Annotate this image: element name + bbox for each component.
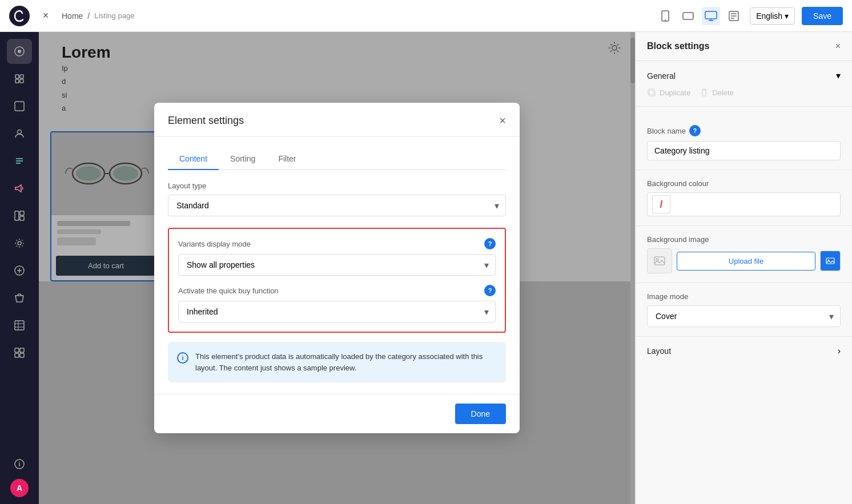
block-name-help-icon[interactable]: ? bbox=[689, 125, 701, 136]
svg-text:i: i bbox=[18, 461, 20, 467]
svg-rect-11 bbox=[15, 75, 19, 78]
sidebar-item-table[interactable] bbox=[7, 313, 32, 338]
quick-buy-header: Activate the quick buy function ? bbox=[178, 285, 496, 296]
svg-rect-21 bbox=[20, 211, 24, 215]
sidebar-item-users[interactable] bbox=[7, 121, 32, 146]
sidebar-item-dashboard[interactable] bbox=[7, 39, 32, 64]
layout-title: Layout bbox=[647, 346, 671, 356]
quick-buy-select-wrapper: Inherited Enabled Disabled bbox=[178, 301, 496, 322]
svg-rect-13 bbox=[15, 79, 19, 83]
variants-display-label: Variants display mode bbox=[178, 240, 251, 248]
quick-buy-select[interactable]: Inherited Enabled Disabled bbox=[178, 301, 496, 322]
variants-display-field: Variants display mode ? Show all propert… bbox=[178, 238, 496, 276]
general-chevron-icon: ▾ bbox=[836, 70, 841, 81]
desktop-view-button[interactable] bbox=[702, 7, 720, 25]
info-box: i This element's product data is automat… bbox=[168, 342, 506, 382]
upload-file-button[interactable]: Upload file bbox=[677, 252, 815, 271]
svg-point-3 bbox=[693, 15, 694, 17]
quick-buy-label: Activate the quick buy function bbox=[178, 287, 279, 295]
delete-button[interactable]: Delete bbox=[700, 88, 734, 97]
image-mode-select[interactable]: Cover Contain Fill bbox=[647, 305, 841, 327]
svg-rect-59 bbox=[826, 258, 834, 264]
done-button[interactable]: Done bbox=[455, 404, 506, 424]
right-panel: Block settings × General ▾ Duplicate Del… bbox=[635, 32, 852, 504]
variants-display-select[interactable]: Show all properties Show properties Hide… bbox=[178, 254, 496, 276]
bg-image-section: Background image Upload file bbox=[636, 226, 852, 283]
sidebar-item-lists[interactable] bbox=[7, 148, 32, 174]
mobile-view-button[interactable] bbox=[656, 7, 674, 25]
bg-image-placeholder-icon bbox=[647, 248, 672, 273]
quick-buy-help-icon[interactable]: ? bbox=[484, 285, 496, 296]
right-panel-close-button[interactable]: × bbox=[835, 41, 841, 51]
topbar-close-button[interactable]: × bbox=[37, 7, 55, 25]
breadcrumb-current: Listing page bbox=[94, 11, 134, 20]
layout-row[interactable]: Layout › bbox=[647, 346, 841, 356]
content-view-button[interactable] bbox=[725, 7, 743, 25]
user-avatar[interactable]: A bbox=[10, 479, 29, 497]
quick-buy-field: Activate the quick buy function ? Inheri… bbox=[178, 285, 496, 322]
layout-section: Layout › bbox=[636, 337, 852, 365]
language-selector[interactable]: English ▾ bbox=[750, 7, 795, 25]
image-mode-section: Image mode Cover Contain Fill bbox=[636, 283, 852, 337]
duplicate-label: Duplicate bbox=[660, 88, 690, 97]
breadcrumb-home[interactable]: Home bbox=[62, 11, 83, 21]
svg-rect-33 bbox=[15, 353, 19, 357]
svg-rect-27 bbox=[15, 321, 24, 330]
sidebar-item-layout[interactable] bbox=[7, 203, 32, 228]
sidebar-item-settings[interactable] bbox=[7, 231, 32, 256]
layout-type-label: Layout type bbox=[168, 182, 506, 190]
layout-chevron-icon: › bbox=[838, 346, 841, 356]
element-settings-modal: Element settings × Content Sorting Filte… bbox=[154, 103, 520, 433]
layout-type-select-wrapper: Standard bbox=[168, 195, 506, 216]
tab-sorting[interactable]: Sorting bbox=[219, 148, 267, 170]
modal-title: Element settings bbox=[168, 115, 244, 127]
modal-header: Element settings × bbox=[154, 103, 520, 137]
svg-rect-20 bbox=[15, 211, 19, 220]
layout-type-select[interactable]: Standard bbox=[168, 195, 506, 216]
tab-filter[interactable]: Filter bbox=[267, 148, 307, 170]
layout-type-field: Layout type Standard bbox=[168, 182, 506, 216]
svg-point-23 bbox=[18, 241, 21, 245]
variants-help-icon[interactable]: ? bbox=[484, 238, 496, 249]
general-section-header[interactable]: General ▾ bbox=[647, 70, 841, 81]
sidebar-item-megaphone[interactable] bbox=[7, 176, 32, 201]
svg-point-16 bbox=[18, 130, 22, 134]
svg-rect-31 bbox=[15, 348, 19, 352]
right-panel-header: Block settings × bbox=[636, 32, 852, 61]
modal-close-button[interactable]: × bbox=[499, 114, 506, 127]
device-switcher bbox=[656, 7, 743, 25]
breadcrumb: Home / Listing page bbox=[62, 11, 134, 21]
sidebar-item-grid[interactable] bbox=[7, 340, 32, 365]
tab-content[interactable]: Content bbox=[168, 148, 219, 170]
svg-rect-4 bbox=[705, 11, 717, 19]
image-library-button[interactable] bbox=[820, 251, 841, 271]
breadcrumb-separator: / bbox=[87, 11, 90, 21]
bg-colour-label: Background colour bbox=[647, 179, 841, 188]
bg-colour-field[interactable]: / bbox=[647, 192, 841, 216]
info-box-icon: i bbox=[177, 352, 188, 364]
panel-actions: Duplicate Delete bbox=[647, 88, 841, 97]
image-mode-select-wrapper: Cover Contain Fill bbox=[647, 305, 841, 327]
sidebar-item-info[interactable]: i bbox=[7, 451, 32, 477]
sidebar: i A bbox=[0, 32, 39, 504]
colour-swatch: / bbox=[652, 195, 670, 213]
modal-body: Content Sorting Filter Layout type Stand… bbox=[154, 137, 520, 394]
block-name-label: Block name ? bbox=[647, 125, 841, 136]
right-panel-title: Block settings bbox=[647, 41, 709, 51]
sidebar-item-shop[interactable] bbox=[7, 285, 32, 311]
svg-point-1 bbox=[665, 19, 666, 21]
svg-rect-14 bbox=[20, 79, 23, 83]
sidebar-item-add[interactable] bbox=[7, 258, 32, 283]
save-button[interactable]: Save bbox=[802, 7, 843, 25]
bg-image-label: Background image bbox=[647, 235, 841, 244]
svg-rect-15 bbox=[15, 102, 24, 111]
sidebar-item-layers[interactable] bbox=[7, 66, 32, 91]
duplicate-button[interactable]: Duplicate bbox=[647, 88, 690, 97]
tablet-view-button[interactable] bbox=[679, 7, 697, 25]
block-name-input[interactable] bbox=[647, 141, 841, 160]
logo[interactable] bbox=[9, 6, 30, 26]
general-section-title: General bbox=[647, 71, 676, 80]
language-label: English bbox=[756, 11, 782, 21]
language-chevron: ▾ bbox=[785, 11, 789, 21]
sidebar-item-components[interactable] bbox=[7, 94, 32, 119]
